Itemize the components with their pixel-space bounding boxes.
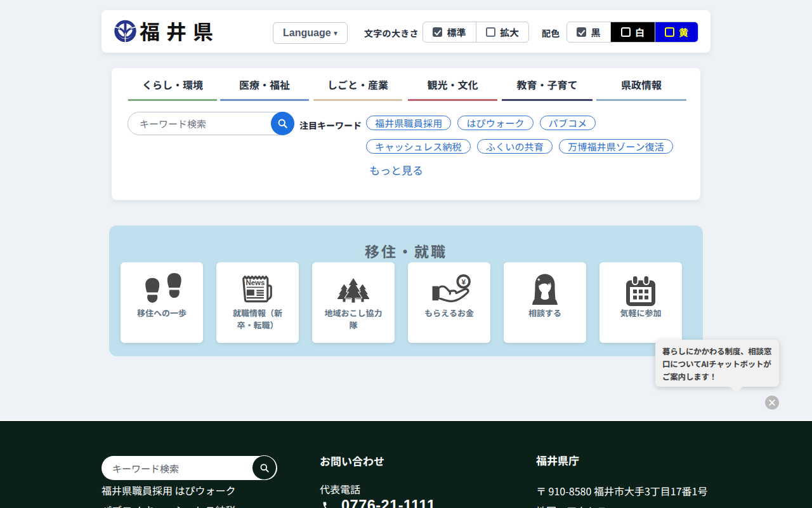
svg-text:News: News (246, 279, 265, 286)
svg-text:¥: ¥ (461, 277, 466, 285)
